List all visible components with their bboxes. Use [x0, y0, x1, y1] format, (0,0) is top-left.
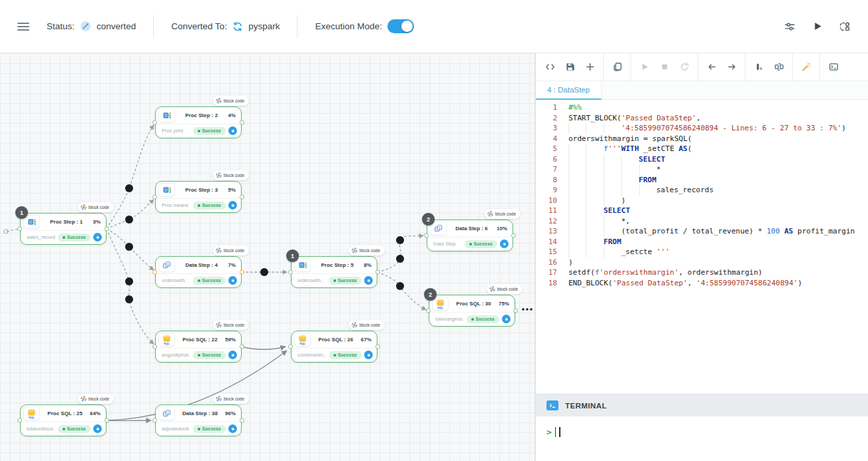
layout-icon[interactable] — [840, 21, 851, 32]
block-code-badge[interactable]: block code — [485, 209, 521, 219]
input-handle[interactable] — [288, 270, 293, 275]
block-code-badge[interactable]: block code — [78, 394, 114, 404]
line-number: 15 — [536, 247, 557, 257]
graph-node[interactable]: block code2SQLProc SQL : 3075%lowmargino… — [429, 295, 515, 327]
output-handle[interactable] — [105, 418, 109, 423]
input-handle[interactable] — [152, 195, 157, 200]
node-info-button[interactable] — [228, 126, 237, 135]
block-code-label: block code — [224, 248, 244, 253]
arrow-left-icon[interactable] — [702, 53, 722, 81]
node-header: SQLProc SQL : 2564% — [21, 405, 106, 422]
run-icon[interactable] — [813, 21, 823, 31]
block-code-badge[interactable]: block code — [78, 202, 114, 212]
hamburger-menu-icon[interactable] — [17, 22, 29, 31]
node-info-button[interactable] — [228, 351, 237, 359]
graph-node[interactable]: block code1Proc Step : 58%orderswith...S… — [291, 256, 377, 288]
code-line: 6SELECT — [536, 154, 868, 165]
node-info-button[interactable] — [93, 233, 102, 241]
terminal-input-area[interactable]: > — [536, 416, 868, 461]
arrow-right-icon[interactable] — [722, 53, 742, 81]
block-code-icon — [216, 322, 222, 329]
copy-icon[interactable] — [607, 53, 627, 81]
block-code-badge[interactable]: block code — [213, 394, 249, 404]
input-handle[interactable] — [152, 418, 157, 423]
block-code-badge[interactable]: block code — [213, 96, 249, 106]
graph-node[interactable]: block codeProc Step : 35%Proc meansSucce… — [155, 181, 242, 213]
graph-canvas[interactable]: block codeProc Step : 24%Proc printSucce… — [0, 53, 535, 461]
output-handle[interactable] — [240, 120, 244, 125]
block-code-label: block code — [359, 248, 380, 253]
node-info-button[interactable] — [228, 201, 237, 210]
output-handle[interactable] — [375, 270, 380, 275]
input-handle[interactable] — [17, 227, 22, 231]
code-token: FROM — [639, 176, 657, 184]
node-info-button[interactable] — [364, 351, 373, 359]
play-icon — [634, 53, 654, 81]
block-code-badge[interactable]: block code — [349, 245, 385, 255]
node-subtitle: orderswith... — [162, 277, 190, 283]
input-handle[interactable] — [424, 233, 429, 238]
node-subtitle: combinedm... — [298, 352, 326, 358]
wand-icon[interactable] — [796, 53, 816, 81]
node-info-button[interactable] — [228, 424, 237, 433]
input-handle[interactable] — [152, 270, 157, 275]
block-code-badge[interactable]: block code — [213, 320, 249, 330]
graph-node[interactable]: block codeProc Step : 24%Proc printSucce… — [155, 106, 242, 138]
status-label: Success — [338, 353, 357, 357]
code-line: 8FROM — [536, 175, 868, 186]
node-info-button[interactable] — [364, 276, 373, 285]
output-handle[interactable] — [513, 309, 518, 313]
output-handle[interactable] — [511, 233, 516, 238]
save-icon[interactable] — [560, 53, 580, 81]
block-code-badge[interactable]: block code — [349, 320, 385, 330]
node-title: Proc SQL : 25 — [42, 410, 88, 416]
output-handle[interactable] — [105, 227, 109, 231]
node-info-button[interactable] — [228, 276, 237, 285]
code-token: START_BLOCK( — [568, 114, 621, 122]
tab-datastep[interactable]: 4 : DataStep — [536, 81, 602, 100]
status-badge: Success — [193, 351, 226, 359]
terminal-icon[interactable] — [823, 53, 843, 81]
input-handle[interactable] — [288, 345, 293, 349]
node-subtitle: Data Step — [433, 241, 462, 247]
filter-icon[interactable] — [784, 21, 795, 32]
input-handle[interactable] — [152, 120, 157, 125]
output-handle[interactable] — [375, 345, 380, 349]
output-handle[interactable] — [240, 418, 244, 423]
block-code-badge[interactable]: block code — [213, 170, 249, 180]
execution-mode-toggle[interactable] — [387, 19, 414, 33]
node-header: SQLProc SQL : 2667% — [292, 331, 377, 349]
add-icon[interactable] — [580, 53, 600, 81]
graph-node[interactable]: block codeData Step : 3896%adjustedunit.… — [155, 404, 242, 436]
input-handle[interactable] — [17, 418, 22, 423]
graph-node[interactable]: block codeSQLProc SQL : 2259%avgunitpric… — [155, 331, 242, 363]
graph-node[interactable]: block codeSQLProc SQL : 2667%combinedm..… — [291, 331, 377, 363]
block-code-badge[interactable]: block code — [213, 245, 249, 255]
indent-guide — [586, 206, 603, 216]
node-info-button[interactable] — [500, 239, 509, 248]
code-text: orderswithmargin = sparkSQL( — [568, 134, 692, 144]
status-dot-icon — [333, 354, 336, 357]
node-info-button[interactable] — [502, 315, 511, 323]
output-handle[interactable] — [240, 345, 244, 349]
code-icon[interactable] — [540, 53, 560, 81]
graph-node[interactable]: block codeSQLProc SQL : 2564%totalunitss… — [20, 404, 107, 436]
status-dot-icon — [469, 243, 472, 245]
indent-guide — [568, 196, 586, 206]
block-code-badge[interactable]: block code — [487, 284, 523, 294]
graph-node[interactable]: block code2Data Step : 610%Data StepSucc… — [427, 220, 513, 251]
block-code-icon — [216, 172, 222, 179]
output-handle[interactable] — [240, 270, 244, 275]
input-handle[interactable] — [152, 345, 157, 349]
chart-icon[interactable] — [749, 53, 769, 81]
code-token: orderswithmargin = sparkSQL( — [568, 134, 692, 143]
node-info-button[interactable] — [93, 424, 102, 433]
graph-node[interactable]: block codeData Step : 47%orderswith...Su… — [155, 256, 242, 288]
output-handle[interactable] — [240, 195, 244, 200]
graph-node[interactable]: block code1Proc Step : 13%sales_recordsS… — [20, 213, 107, 245]
code-editor[interactable]: 1#%%2START_BLOCK('Passed DataStep',3'4:5… — [536, 100, 868, 394]
input-handle[interactable] — [426, 309, 431, 313]
swap-icon[interactable] — [769, 53, 789, 81]
code-token: '4:5859907074586240894' — [696, 279, 797, 287]
terminal-header[interactable]: TERMINAL — [536, 394, 868, 416]
